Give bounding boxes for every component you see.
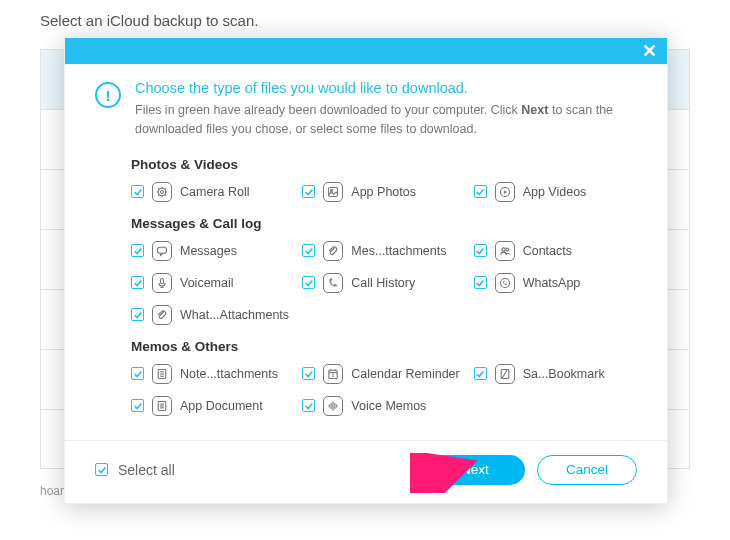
item-checkbox[interactable] (302, 399, 315, 412)
item-label: Camera Roll (180, 185, 249, 199)
item-checkbox[interactable] (302, 185, 315, 198)
select-all-label: Select all (118, 462, 175, 478)
item-checkbox[interactable] (131, 367, 144, 380)
item-label: WhatsApp (523, 276, 581, 290)
file-type-item[interactable]: Mes...ttachments (302, 241, 465, 261)
calendar-icon: 6 (323, 364, 343, 384)
file-type-item[interactable]: 6Calendar Reminder (302, 364, 465, 384)
item-label: What...Attachments (180, 308, 289, 322)
item-label: App Photos (351, 185, 416, 199)
app-videos-icon (495, 182, 515, 202)
file-type-item[interactable]: Note...ttachments (131, 364, 294, 384)
modal-header: ✕ (65, 38, 667, 64)
item-checkbox[interactable] (131, 244, 144, 257)
info-icon: ! (95, 82, 121, 108)
item-label: Sa...Bookmark (523, 367, 605, 381)
item-checkbox[interactable] (302, 367, 315, 380)
item-checkbox[interactable] (131, 399, 144, 412)
item-label: Call History (351, 276, 415, 290)
category-section: Memos & OthersNote...ttachments6Calendar… (95, 339, 637, 416)
item-checkbox[interactable] (131, 308, 144, 321)
item-checkbox[interactable] (474, 276, 487, 289)
item-checkbox[interactable] (302, 244, 315, 257)
file-type-item[interactable]: App Photos (302, 182, 465, 202)
item-label: App Videos (523, 185, 587, 199)
category-title: Memos & Others (131, 339, 637, 354)
notes-icon (152, 364, 172, 384)
item-label: Voicemail (180, 276, 234, 290)
attachments-icon (152, 305, 172, 325)
category-section: Photos & VideosCamera RollApp PhotosApp … (95, 157, 637, 202)
items-grid: Camera RollApp PhotosApp Videos (131, 182, 637, 202)
item-checkbox[interactable] (131, 276, 144, 289)
item-label: Mes...ttachments (351, 244, 446, 258)
item-checkbox[interactable] (131, 185, 144, 198)
next-button[interactable]: Next (425, 455, 525, 485)
modal-title: Choose the type of files you would like … (135, 80, 637, 96)
page-title: Select an iCloud backup to scan. (40, 12, 690, 29)
voicemail-icon (152, 273, 172, 293)
bookmark-icon (495, 364, 515, 384)
file-type-item[interactable]: Voicemail (131, 273, 294, 293)
item-checkbox[interactable] (474, 185, 487, 198)
whatsapp-icon (495, 273, 515, 293)
item-checkbox[interactable] (474, 367, 487, 380)
category-title: Messages & Call log (131, 216, 637, 231)
svg-text:6: 6 (332, 373, 335, 378)
file-type-item[interactable]: Sa...Bookmark (474, 364, 637, 384)
file-type-item[interactable]: App Videos (474, 182, 637, 202)
file-type-item[interactable]: What...Attachments (131, 305, 294, 325)
file-type-item[interactable]: Messages (131, 241, 294, 261)
svg-point-1 (161, 190, 164, 193)
svg-point-3 (331, 189, 333, 191)
svg-point-6 (502, 247, 505, 250)
items-grid: Note...ttachments6Calendar ReminderSa...… (131, 364, 637, 416)
cancel-button[interactable]: Cancel (537, 455, 637, 485)
svg-rect-8 (161, 278, 164, 283)
close-icon[interactable]: ✕ (642, 42, 657, 60)
item-label: App Document (180, 399, 263, 413)
file-type-item[interactable]: App Document (131, 396, 294, 416)
item-label: Contacts (523, 244, 572, 258)
category-title: Photos & Videos (131, 157, 637, 172)
item-label: Calendar Reminder (351, 367, 459, 381)
item-checkbox[interactable] (474, 244, 487, 257)
file-type-modal: ✕ ! Choose the type of files you would l… (64, 37, 668, 504)
file-type-item[interactable]: Call History (302, 273, 465, 293)
messages-icon (152, 241, 172, 261)
attachments-icon (323, 241, 343, 261)
app-photos-icon (323, 182, 343, 202)
file-type-item[interactable]: Camera Roll (131, 182, 294, 202)
select-all-checkbox[interactable] (95, 463, 108, 476)
contacts-icon (495, 241, 515, 261)
category-section: Messages & Call logMessagesMes...ttachme… (95, 216, 637, 325)
items-grid: MessagesMes...ttachmentsContactsVoicemai… (131, 241, 637, 325)
document-icon (152, 396, 172, 416)
voice-memos-icon (323, 396, 343, 416)
svg-point-7 (506, 248, 509, 251)
item-checkbox[interactable] (302, 276, 315, 289)
file-type-item[interactable]: WhatsApp (474, 273, 637, 293)
svg-point-9 (500, 278, 509, 287)
file-type-item[interactable]: Voice Memos (302, 396, 465, 416)
item-label: Voice Memos (351, 399, 426, 413)
item-label: Note...ttachments (180, 367, 278, 381)
file-type-item[interactable]: Contacts (474, 241, 637, 261)
modal-subtitle: Files in green have already been downloa… (135, 101, 637, 139)
camera-roll-icon (152, 182, 172, 202)
call-history-icon (323, 273, 343, 293)
svg-rect-5 (158, 247, 167, 253)
item-label: Messages (180, 244, 237, 258)
